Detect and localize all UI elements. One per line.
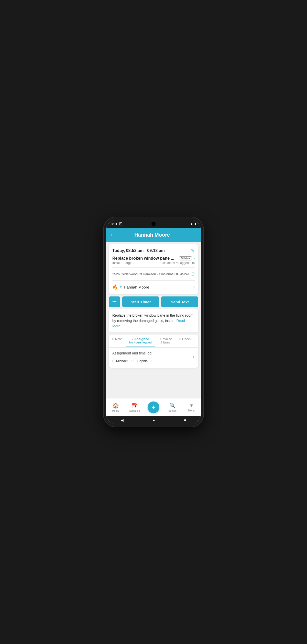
tab-content-assigned: Assignment and time log Michael Sophia › [109, 348, 198, 368]
job-sub-row: Install – Large... Est: 4h:0m // Logged … [112, 261, 195, 265]
nav-search[interactable]: 🔍 Search [163, 402, 182, 412]
bottom-nav: 🏠 Home 📅 Schedule + 🔍 Search ⊞ Menu [106, 398, 201, 416]
plus-icon: + [151, 404, 156, 411]
address-row: 2526 Cedarwood Ct Hamilton - Cincinnati … [112, 270, 195, 278]
tab-invoice-sub: 6 Items [159, 341, 172, 344]
screenshot-icon [119, 222, 123, 226]
nav-schedule[interactable]: 📅 Schedule [125, 402, 144, 412]
tab-note-label: 0 Note [112, 337, 122, 341]
send-text-button[interactable]: Send Text [161, 296, 198, 307]
more-dots-icon: ••• [112, 300, 117, 304]
nav-add[interactable]: + [144, 401, 163, 413]
billable-badge: Billable [179, 256, 192, 260]
job-estimate: Est: 4h:0m // Logged 0 m [160, 261, 195, 265]
time-row: Today, 08:52 am - 09:18 am ✎ [112, 248, 195, 254]
time-range: Today, 08:52 am - 09:18 am [112, 248, 165, 253]
description-card: Replace the broken window pane in the li… [109, 309, 198, 332]
tab-invoice[interactable]: 0 Invoice 6 Items [155, 335, 176, 347]
appointment-card: Today, 08:52 am - 09:18 am ✎ Replace bro… [109, 244, 198, 294]
page-title: Hannah Moore [115, 232, 189, 238]
assignee-michael: Michael [112, 358, 131, 364]
top-nav: ‹ Hannah Moore [106, 228, 201, 242]
tab-assigned-sub: No hours logged [129, 341, 151, 344]
job-type: Install – Large... [112, 261, 134, 265]
nav-home-label: Home [112, 409, 119, 412]
back-system-button[interactable]: ◀ [121, 418, 124, 422]
camera-notch [151, 222, 156, 226]
recents-system-button[interactable]: ■ [184, 418, 186, 422]
tab-check-label: 3 Check [179, 337, 192, 341]
address-text: 2526 Cedarwood Ct Hamilton - Cincinnati … [112, 272, 191, 276]
tab-check[interactable]: 3 Check [176, 335, 195, 347]
phone-screen: 3:01 ▲ ▮ ‹ Hannah Moore Today, 08:52 am … [106, 220, 201, 424]
more-button[interactable]: ••• [109, 296, 120, 307]
system-nav-bar: ◀ ● ■ [106, 416, 201, 424]
status-bar: 3:01 ▲ ▮ [106, 220, 201, 228]
camera-notch-area [151, 222, 156, 226]
menu-icon: ⊞ [190, 403, 193, 408]
start-timer-button[interactable]: Start Timer [122, 296, 159, 307]
nav-search-label: Search [168, 409, 177, 412]
home-icon: 🏠 [113, 402, 119, 409]
assignment-title: Assignment and time log [112, 351, 151, 355]
job-row: Replace broken window pane ... Billable … [112, 256, 195, 261]
nav-schedule-label: Schedule [129, 409, 140, 412]
tabs-card: 0 Note 2 Assigned No hours logged 0 Invo… [109, 335, 198, 368]
schedule-icon: 📅 [131, 402, 138, 409]
scroll-content: Today, 08:52 am - 09:18 am ✎ Replace bro… [106, 242, 201, 398]
status-icons: ▲ ▮ [190, 222, 196, 226]
status-time: 3:01 [111, 222, 123, 226]
job-chevron-icon[interactable]: › [193, 256, 195, 261]
assignee-sophia: Sophia [134, 358, 151, 364]
tab-assigned[interactable]: 2 Assigned No hours logged [126, 335, 155, 347]
tab-invoice-label: 0 Invoice [159, 337, 172, 341]
wifi-icon: ▲ [190, 222, 193, 226]
nav-menu[interactable]: ⊞ Menu [182, 403, 201, 412]
phone-frame: 3:01 ▲ ▮ ‹ Hannah Moore Today, 08:52 am … [104, 217, 203, 427]
person-chevron-icon[interactable]: › [193, 285, 195, 289]
divider-2 [112, 280, 195, 281]
fire-icon: 🔥 [112, 284, 118, 290]
assigned-person-name: Hannah Moore [124, 285, 191, 289]
navigation-icon[interactable]: ⬡ [191, 271, 195, 277]
search-icon: 🔍 [169, 402, 176, 409]
chevron-down-icon[interactable]: ▾ [120, 285, 122, 289]
nav-home[interactable]: 🏠 Home [106, 402, 125, 412]
tabs-row: 0 Note 2 Assigned No hours logged 0 Invo… [109, 335, 198, 348]
divider-1 [112, 267, 195, 268]
job-title: Replace broken window pane ... [112, 256, 178, 261]
action-buttons-row: ••• Start Timer Send Text [109, 296, 198, 307]
tab-too[interactable]: 0 Too [195, 335, 198, 347]
back-button[interactable]: ‹ [110, 232, 112, 238]
tab-note[interactable]: 0 Note [109, 335, 126, 347]
home-system-button[interactable]: ● [153, 418, 155, 422]
edit-icon[interactable]: ✎ [191, 248, 195, 254]
nav-menu-label: Menu [188, 409, 194, 412]
assignment-chevron-icon[interactable]: › [193, 354, 195, 360]
battery-icon: ▮ [194, 222, 196, 226]
assignee-tags: Michael Sophia [112, 358, 151, 364]
svg-point-1 [120, 223, 121, 224]
tab-assigned-label: 2 Assigned [129, 337, 151, 341]
add-button[interactable]: + [148, 401, 159, 413]
person-row: 🔥 ▾ Hannah Moore › [112, 283, 195, 291]
spacer [106, 370, 201, 375]
